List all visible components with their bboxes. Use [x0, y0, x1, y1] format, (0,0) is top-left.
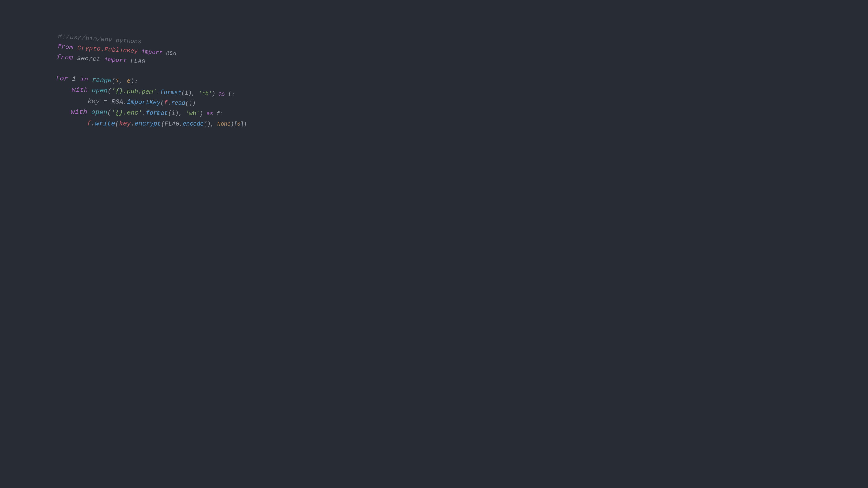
punct-lparen: (: [181, 90, 185, 96]
var-i: i: [72, 76, 76, 83]
punct-lparen: (: [161, 121, 165, 127]
var-f: f: [164, 99, 168, 106]
punct-dot: .: [131, 120, 135, 127]
punct-comma: ,: [191, 90, 199, 97]
name-rsa: RSA: [166, 50, 176, 57]
keyword-as: as: [218, 91, 225, 98]
method-format: format: [160, 89, 182, 96]
punct-dot: .: [91, 120, 95, 127]
name-flag: FLAG: [130, 58, 145, 65]
name-flag: FLAG: [164, 121, 179, 127]
punct-dot: .: [123, 98, 127, 105]
method-read: read: [171, 100, 186, 107]
punct-lparen: (: [168, 110, 172, 117]
punct-rparen: ): [192, 100, 196, 107]
var-key: key: [88, 98, 100, 105]
keyword-for: for: [55, 75, 68, 83]
const-none: None: [217, 121, 231, 127]
var-f: f: [87, 120, 91, 127]
keyword-from: from: [57, 54, 73, 61]
code-scene: #!/usr/bin/env python3 from Crypto.Publi…: [0, 0, 342, 192]
method-encrypt: encrypt: [135, 120, 161, 127]
string-wb: 'wb': [186, 110, 200, 117]
method-importkey: importKey: [127, 99, 160, 106]
punct-lparen: (: [115, 120, 119, 127]
keyword-with: with: [71, 87, 88, 94]
punct-comma: ,: [210, 121, 217, 127]
keyword-as: as: [206, 110, 214, 117]
arg-i: i: [185, 90, 188, 96]
punct-rparen: ): [131, 78, 134, 85]
shebang-line: #!/usr/bin/env python3: [58, 33, 141, 45]
punct-lparen: (: [160, 99, 164, 106]
arg-i: i: [171, 110, 175, 117]
method-write: write: [95, 120, 115, 127]
keyword-with: with: [70, 108, 87, 116]
punct-dot: .: [142, 109, 146, 117]
punct-lparen: (: [112, 77, 116, 84]
literal-6: 6: [127, 78, 131, 85]
string-pub-pem: '{}.pub.pem': [112, 88, 156, 96]
punct-dot: .: [156, 89, 160, 96]
op-assign: =: [99, 98, 112, 105]
module-crypto-publickey: Crypto.PublicKey: [77, 45, 138, 55]
punct-lparen: (: [107, 88, 112, 95]
name-rsa: RSA: [112, 98, 123, 105]
punct-comma: ,: [119, 77, 127, 85]
method-encode: encode: [182, 121, 204, 127]
python-source-code: #!/usr/bin/env python3 from Crypto.Publi…: [53, 32, 247, 129]
punct-rparen: ): [212, 91, 216, 97]
builtin-range: range: [92, 76, 112, 84]
keyword-import: import: [104, 57, 127, 64]
punct-colon: :: [231, 91, 235, 98]
string-enc: '{}.enc': [111, 109, 142, 117]
builtin-open: open: [92, 87, 107, 94]
punct-rparen: ): [243, 121, 247, 127]
punct-colon: :: [134, 78, 138, 85]
keyword-import: import: [141, 48, 162, 56]
punct-rparen: ): [175, 110, 179, 117]
literal-1: 1: [116, 77, 119, 84]
keyword-from: from: [57, 43, 73, 51]
keyword-in: in: [80, 76, 88, 83]
punct-dot: .: [167, 100, 171, 106]
punct-colon: :: [220, 111, 223, 117]
punct-comma: ,: [179, 110, 186, 117]
punct-lparen: (: [185, 100, 189, 106]
var-key: key: [119, 120, 131, 127]
method-format: format: [146, 109, 168, 117]
module-secret: secret: [77, 55, 101, 63]
string-rb: 'rb': [198, 90, 212, 97]
punct-lparen: (: [107, 109, 112, 116]
punct-rparen: ): [199, 110, 203, 117]
punct-dot: .: [179, 121, 183, 127]
builtin-open: open: [91, 109, 107, 116]
